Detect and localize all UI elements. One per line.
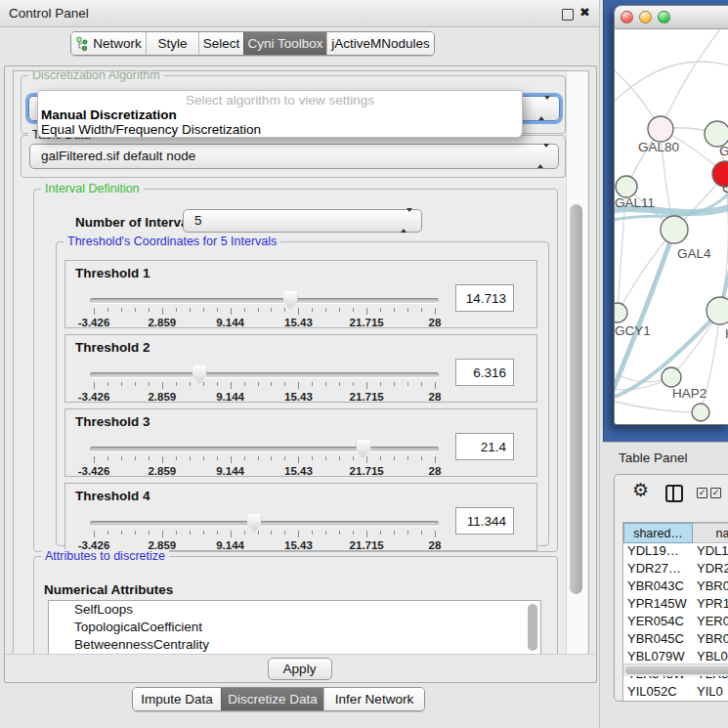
slider-thumb[interactable] bbox=[247, 514, 262, 533]
slider-tick bbox=[107, 382, 108, 386]
tab-jactivemnodules[interactable]: jActiveMNodules bbox=[326, 32, 434, 55]
network-node-gal80[interactable] bbox=[648, 116, 673, 142]
tab-impute-data[interactable]: Impute Data bbox=[133, 688, 221, 710]
dropdown-item-manual-discretization[interactable]: Manual Discretization bbox=[41, 107, 177, 122]
slider-tick bbox=[107, 308, 108, 312]
numerical-attributes-label: Numerical Attributes bbox=[44, 582, 173, 597]
table-hscrollbar-thumb[interactable] bbox=[625, 666, 728, 674]
tab-style[interactable]: Style bbox=[146, 32, 198, 55]
table-cell: YBL0 bbox=[697, 649, 728, 664]
table-cell: YDL19… bbox=[627, 543, 691, 558]
threshold-value-field[interactable]: 21.4 bbox=[455, 433, 514, 460]
table-row[interactable]: YBR043CYBR0 bbox=[623, 578, 728, 596]
tab-label: Impute Data bbox=[141, 692, 213, 707]
table-panel-title: Table Panel bbox=[619, 450, 688, 465]
slider-tick-label: 2.859 bbox=[148, 317, 176, 328]
slider-tick bbox=[162, 382, 163, 389]
traffic-light-zoom[interactable] bbox=[658, 11, 670, 23]
node-label: C bbox=[722, 181, 728, 195]
tab-label: Network bbox=[93, 36, 142, 51]
numerical-attributes-list: SelfLoopsTopologicalCoefficientBetweenne… bbox=[48, 600, 541, 656]
slider-tick bbox=[162, 456, 163, 463]
table-row[interactable]: YIL052CYIL0 bbox=[623, 684, 728, 702]
traffic-light-minimize[interactable] bbox=[639, 11, 652, 23]
close-panel-icon[interactable]: ✖ bbox=[579, 5, 590, 20]
threshold-title: Threshold 2 bbox=[75, 340, 150, 355]
table-data-combo[interactable]: galFiltered.sif default node bbox=[29, 144, 559, 169]
table-row[interactable]: YBR045CYBR0 bbox=[623, 631, 728, 649]
column-header-na[interactable]: na bbox=[693, 523, 728, 543]
slider-tick bbox=[135, 308, 136, 312]
split-columns-icon[interactable] bbox=[665, 485, 683, 502]
table-row[interactable]: YDL19…YDL1 bbox=[623, 543, 728, 561]
slider-tick bbox=[380, 531, 381, 535]
column-header-shared[interactable]: shared… bbox=[623, 523, 693, 543]
table-cell: YDR27… bbox=[627, 561, 691, 576]
slider-tick bbox=[407, 456, 408, 460]
control-panel-titlebar: Control Panel ✖ bbox=[0, 0, 599, 27]
checkbox-icon[interactable]: ✓ bbox=[697, 488, 707, 498]
tab-select[interactable]: Select bbox=[198, 32, 243, 55]
slider-tick bbox=[121, 531, 122, 535]
threshold-value-field[interactable]: 11.344 bbox=[455, 507, 514, 535]
table-hscrollbar-track[interactable] bbox=[623, 664, 728, 676]
tab-infer-network[interactable]: Infer Network bbox=[323, 688, 424, 710]
network-node-unlabeled[interactable] bbox=[692, 404, 709, 421]
slider-tick bbox=[421, 382, 422, 386]
slider-tick bbox=[339, 308, 340, 312]
group-title: Threshold's Coordinates for 5 Intervals bbox=[64, 235, 280, 249]
threshold-value-field[interactable]: 6.316 bbox=[455, 359, 514, 386]
slider-tick bbox=[217, 531, 218, 535]
slider-tick bbox=[394, 531, 395, 535]
attribute-item[interactable]: BetweennessCentrality bbox=[49, 636, 540, 654]
slider-thumb[interactable] bbox=[356, 440, 370, 458]
network-node-gal4[interactable] bbox=[661, 216, 688, 243]
slider-tick bbox=[203, 456, 204, 460]
attribute-item[interactable]: TopologicalCoefficient bbox=[49, 619, 540, 636]
slider-tick bbox=[190, 531, 191, 535]
panel-scrollbar-thumb[interactable] bbox=[570, 204, 582, 594]
slider-thumb[interactable] bbox=[193, 365, 207, 384]
tab-label: Cyni Toolbox bbox=[247, 36, 322, 51]
attribute-item[interactable]: SelfLoops bbox=[49, 601, 540, 619]
slider-tick-label: 2.859 bbox=[148, 391, 176, 403]
table-row[interactable]: YDR27…YDR2 bbox=[623, 561, 728, 578]
dropdown-item-equal-width-frequency[interactable]: Equal Width/Frequency Discretization bbox=[41, 122, 261, 137]
table-panel: ⚙ ✓ ✓ shared…na YDL19…YDL1YDR27…YDR2YBR0… bbox=[614, 474, 728, 702]
network-node-gcy1[interactable] bbox=[615, 303, 627, 322]
slider-tick bbox=[135, 382, 136, 386]
slider-tick bbox=[271, 531, 272, 535]
table-cell: YIL052C bbox=[627, 684, 691, 699]
slider-tick bbox=[339, 531, 340, 535]
tab-cyni-toolbox[interactable]: Cyni Toolbox bbox=[243, 32, 326, 55]
float-panel-icon[interactable] bbox=[562, 9, 574, 21]
table-row[interactable]: YPR145WYPR1 bbox=[623, 596, 728, 614]
combo-value: galFiltered.sif default node bbox=[41, 145, 195, 168]
tab-discretize-data[interactable]: Discretize Data bbox=[221, 688, 323, 710]
tab-network[interactable]: Network bbox=[71, 32, 146, 55]
traffic-light-close[interactable] bbox=[621, 11, 633, 23]
list-scrollbar[interactable] bbox=[528, 604, 537, 651]
table-row[interactable]: YER054CYER0 bbox=[623, 614, 728, 631]
slider-tick bbox=[353, 382, 354, 386]
threshold-value-field[interactable]: 14.713 bbox=[455, 284, 514, 312]
network-node-h[interactable] bbox=[707, 297, 728, 324]
network-node-hap2[interactable] bbox=[662, 367, 681, 387]
slider-tick bbox=[421, 308, 422, 312]
panel-scrollbar-track[interactable] bbox=[566, 71, 587, 655]
slider-tick bbox=[162, 308, 163, 315]
gear-icon[interactable]: ⚙ bbox=[632, 480, 649, 501]
slider-tick bbox=[284, 308, 285, 312]
tab-label: Infer Network bbox=[335, 692, 413, 707]
network-canvas[interactable]: GAL80GACGAL11GAL4GCY1HHAP2 bbox=[615, 29, 728, 424]
slider-tick-label: 15.43 bbox=[284, 391, 313, 403]
number-of-intervals-combo[interactable]: 5 bbox=[183, 209, 422, 233]
slider-tick bbox=[231, 308, 232, 315]
slider-tick bbox=[353, 531, 354, 535]
slider-tick-label: 9.144 bbox=[216, 391, 244, 403]
threshold-slider: -3.4262.8599.14415.4321.71528 bbox=[90, 364, 439, 404]
combo-steppers-icon bbox=[538, 100, 550, 117]
apply-button[interactable]: Apply bbox=[268, 658, 332, 680]
checkbox-icon[interactable]: ✓ bbox=[710, 488, 721, 498]
network-node-gal11[interactable] bbox=[616, 176, 637, 197]
